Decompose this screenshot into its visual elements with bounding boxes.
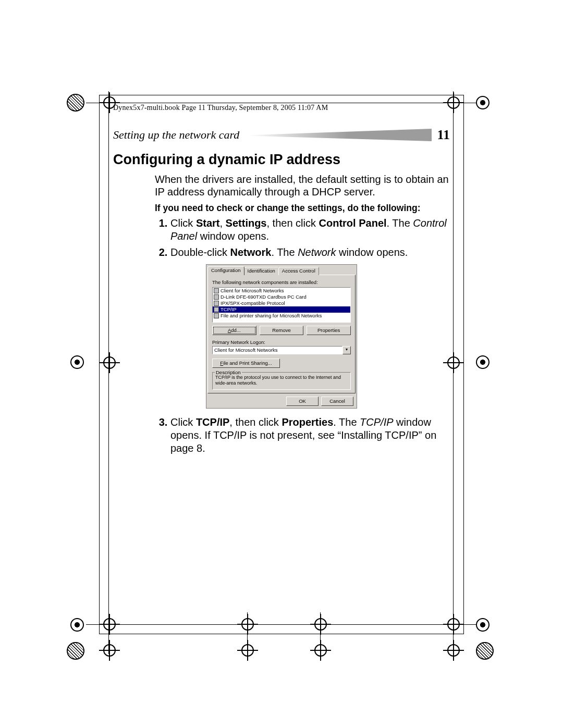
- description-groupbox: Description TCP/IP is the protocol you u…: [212, 372, 351, 390]
- tab-access-control[interactable]: Access Control: [278, 267, 319, 275]
- list-item[interactable]: File and printer sharing for Microsoft N…: [213, 313, 350, 319]
- dot-mark-icon: [70, 355, 84, 369]
- registration-mark-icon: [99, 640, 120, 661]
- component-icon: [214, 288, 219, 293]
- main-heading: Configuring a dynamic IP address: [113, 152, 450, 168]
- list-item[interactable]: Client for Microsoft Networks: [213, 288, 350, 294]
- section-title: Setting up the network card: [113, 128, 239, 142]
- registration-mark-icon: [310, 640, 331, 661]
- hatch-mark-icon: [67, 94, 84, 112]
- component-icon: [214, 294, 219, 300]
- component-buttons-row: Add... Remove Properties: [212, 326, 351, 335]
- header-wedge-icon: [247, 129, 432, 141]
- dialog-footer: OK Cancel: [207, 393, 356, 407]
- dot-mark-icon: [476, 618, 489, 632]
- tabpanel-configuration: The following network components are ins…: [207, 275, 356, 393]
- step-2: Double-click Network. The Network window…: [170, 246, 450, 259]
- registration-mark-icon: [237, 640, 258, 661]
- components-listbox[interactable]: Client for Microsoft Networks D-Link DFE…: [212, 287, 351, 323]
- hatch-mark-icon: [476, 642, 494, 660]
- description-text: TCP/IP is the protocol you use to connec…: [215, 375, 348, 386]
- dialog-tabs: Configuration Identification Access Cont…: [207, 266, 356, 275]
- primary-logon-label: Primary Network Logon:: [212, 339, 351, 345]
- dot-mark-icon: [476, 96, 489, 109]
- intro-paragraph: When the drivers are installed, the defa…: [155, 173, 450, 199]
- properties-button[interactable]: Properties: [307, 326, 351, 335]
- component-icon: [214, 313, 219, 318]
- procedure-steps: Click Start, Settings, then click Contro…: [155, 217, 450, 259]
- procedure-steps-continued: Click TCP/IP, then click Properties. The…: [155, 416, 450, 455]
- procedure-subheading: If you need to check or change the setti…: [155, 203, 450, 214]
- dot-mark-icon: [476, 355, 489, 369]
- chevron-down-icon[interactable]: ▾: [342, 346, 351, 354]
- network-dialog: Configuration Identification Access Cont…: [206, 264, 357, 409]
- step-3: Click TCP/IP, then click Properties. The…: [170, 416, 450, 455]
- installed-components-label: The following network components are ins…: [212, 279, 351, 285]
- hatch-mark-icon: [67, 642, 84, 660]
- list-item[interactable]: IPX/SPX-compatible Protocol: [213, 300, 350, 306]
- component-icon: [214, 307, 219, 312]
- file-print-sharing-button[interactable]: File and Print Sharing...: [212, 359, 280, 368]
- registration-mark-icon: [443, 640, 464, 661]
- add-button[interactable]: Add...: [212, 326, 256, 335]
- primary-logon-combobox[interactable]: Client for Microsoft Networks ▾: [212, 346, 351, 354]
- dot-mark-icon: [70, 618, 84, 632]
- page-number: 11: [437, 127, 450, 143]
- tab-identification[interactable]: Identification: [244, 267, 279, 275]
- list-item-selected[interactable]: TCP/IP: [213, 306, 350, 313]
- ok-button[interactable]: OK: [286, 397, 319, 406]
- tab-configuration[interactable]: Configuration: [207, 266, 244, 275]
- section-header: Setting up the network card 11: [113, 128, 450, 142]
- list-item[interactable]: D-Link DFE-690TXD Cardbus PC Card: [213, 294, 350, 300]
- page-frame: Dynex5x7-multi.book Page 11 Thursday, Se…: [99, 95, 464, 634]
- book-meta-line: Dynex5x7-multi.book Page 11 Thursday, Se…: [113, 104, 450, 112]
- step-1: Click Start, Settings, then click Contro…: [170, 217, 450, 243]
- cancel-button[interactable]: Cancel: [321, 397, 353, 406]
- remove-button[interactable]: Remove: [260, 326, 304, 335]
- description-legend: Description: [215, 369, 242, 375]
- combobox-value: Client for Microsoft Networks: [212, 346, 342, 354]
- component-icon: [214, 301, 219, 306]
